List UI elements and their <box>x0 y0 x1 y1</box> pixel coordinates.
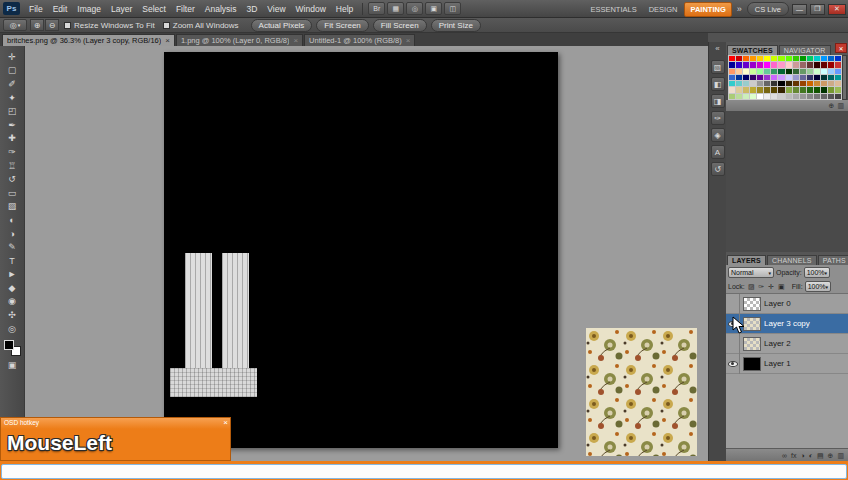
menu-view[interactable]: View <box>262 0 290 18</box>
close-tab-icon[interactable]: × <box>293 36 298 45</box>
visibility-toggle[interactable] <box>726 354 740 374</box>
3d-rotate-tool[interactable]: ◉ <box>2 295 23 309</box>
swatch[interactable] <box>828 62 834 67</box>
swatch[interactable] <box>729 75 735 80</box>
swatch[interactable] <box>750 81 756 86</box>
minimize-button[interactable]: — <box>792 4 807 15</box>
swatch[interactable] <box>807 56 813 61</box>
actual-pixels-button[interactable]: Actual Pixels <box>251 19 313 32</box>
swatch[interactable] <box>800 56 806 61</box>
link-layers-icon[interactable]: ∞ <box>782 452 787 459</box>
brush-presets-panel-icon[interactable]: ✑ <box>711 111 725 125</box>
menu-image[interactable]: Image <box>72 0 106 18</box>
document-tab[interactable]: 1.png @ 100% (Layer 0, RGB/8)× <box>176 34 303 46</box>
tab-layers[interactable]: LAYERS <box>727 255 766 265</box>
swatch[interactable] <box>800 94 806 99</box>
swatch[interactable] <box>835 87 841 92</box>
swatch[interactable] <box>736 75 742 80</box>
brush-tool[interactable]: ✑ <box>2 145 23 159</box>
swatch[interactable] <box>743 94 749 99</box>
layer-row[interactable]: Layer 2 <box>726 334 848 354</box>
swatch[interactable] <box>743 56 749 61</box>
menu-analysis[interactable]: Analysis <box>200 0 242 18</box>
swatch[interactable] <box>786 56 792 61</box>
history-brush-tool[interactable]: ↺ <box>2 172 23 186</box>
caption-input[interactable] <box>1 464 847 479</box>
swatch[interactable] <box>793 62 799 67</box>
swatch[interactable] <box>743 81 749 86</box>
tab-swatches[interactable]: SWATCHES <box>727 45 778 55</box>
swatch[interactable] <box>793 56 799 61</box>
checkbox-zoom-all-windows[interactable]: Zoom All Windows <box>163 21 239 30</box>
swatch[interactable] <box>807 94 813 99</box>
canvas-area[interactable] <box>25 46 708 461</box>
foreground-color-swatch[interactable] <box>4 340 14 350</box>
layer-row[interactable]: Layer 0 <box>726 294 848 314</box>
swatch[interactable] <box>807 75 813 80</box>
swatch[interactable] <box>771 81 777 86</box>
cs-live-button[interactable]: CS Live <box>747 2 789 16</box>
swatch[interactable] <box>778 75 784 80</box>
swatch[interactable] <box>778 94 784 99</box>
swatch[interactable] <box>736 62 742 67</box>
swatch[interactable] <box>764 69 770 74</box>
swatch[interactable] <box>786 69 792 74</box>
arrange-documents-icon[interactable]: ▣ <box>425 2 442 15</box>
swatch[interactable] <box>807 81 813 86</box>
tool-preset-picker[interactable]: ◎ ▾ <box>3 19 27 31</box>
swatch[interactable] <box>807 87 813 92</box>
delete-layer-icon[interactable]: ▥ <box>837 452 844 459</box>
rectangle-tool[interactable]: ◆ <box>2 281 23 295</box>
swatch[interactable] <box>750 62 756 67</box>
swatch[interactable] <box>814 87 820 92</box>
swatch[interactable] <box>800 81 806 86</box>
swatch[interactable] <box>757 69 763 74</box>
swatch[interactable] <box>764 62 770 67</box>
add-layer-mask-icon[interactable]: ◑ <box>800 452 804 459</box>
swatch[interactable] <box>835 69 841 74</box>
swatch[interactable] <box>743 75 749 80</box>
zoom-level-icon[interactable]: ◎ <box>406 2 423 15</box>
swatch[interactable] <box>757 87 763 92</box>
close-tab-icon[interactable]: × <box>165 36 170 45</box>
swatch[interactable] <box>821 62 827 67</box>
swatch[interactable] <box>807 69 813 74</box>
swatch[interactable] <box>828 69 834 74</box>
lock-position-icon[interactable]: ✛ <box>767 283 776 291</box>
fill-screen-button[interactable]: Fill Screen <box>373 19 427 32</box>
swatch[interactable] <box>736 81 742 86</box>
document-canvas[interactable] <box>164 52 558 448</box>
swatch[interactable] <box>793 81 799 86</box>
adjustments-panel-icon[interactable]: ◧ <box>711 77 725 91</box>
swatch[interactable] <box>729 56 735 61</box>
collapse-panels-icon[interactable]: « <box>709 42 726 57</box>
color-panel-icon[interactable]: ▧ <box>711 60 725 74</box>
rectangular-marquee-tool[interactable]: ▢ <box>2 64 23 78</box>
blend-mode-dropdown[interactable]: Normal ▾ <box>728 267 774 278</box>
panel-close-button[interactable]: ✕ <box>835 43 847 53</box>
zoom-out-toggle[interactable]: ⊖ <box>45 19 59 31</box>
menu-select[interactable]: Select <box>137 0 171 18</box>
swatch[interactable] <box>736 94 742 99</box>
close-button[interactable]: ✕ <box>828 4 846 15</box>
swatch[interactable] <box>814 69 820 74</box>
swatch[interactable] <box>743 69 749 74</box>
launch-bridge-icon[interactable]: Br <box>368 2 385 15</box>
swatch[interactable] <box>729 94 735 99</box>
new-swatch-icon[interactable]: ⊕ <box>829 102 835 109</box>
menu-edit[interactable]: Edit <box>48 0 73 18</box>
swatch[interactable] <box>729 81 735 86</box>
workspace-design[interactable]: DESIGN <box>644 3 683 16</box>
swatch[interactable] <box>828 94 834 99</box>
swatch[interactable] <box>778 87 784 92</box>
clone-source-panel-icon[interactable]: ◈ <box>711 128 725 142</box>
swatch[interactable] <box>793 94 799 99</box>
swatch[interactable] <box>814 62 820 67</box>
swatch[interactable] <box>800 87 806 92</box>
swatch[interactable] <box>835 56 841 61</box>
swatch[interactable] <box>821 81 827 86</box>
screen-mode-icon[interactable]: ◫ <box>444 2 461 15</box>
swatch[interactable] <box>771 62 777 67</box>
adjustment-layer-icon[interactable]: ◐ <box>809 452 813 459</box>
layer-row[interactable]: Layer 1 <box>726 354 848 374</box>
